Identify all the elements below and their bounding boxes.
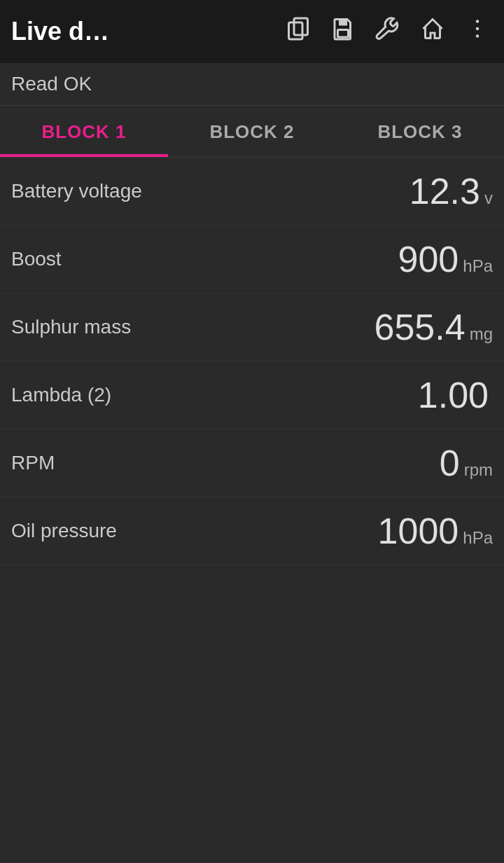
label-battery-voltage: Battery voltage	[11, 180, 142, 202]
svg-point-5	[476, 27, 479, 31]
label-rpm: RPM	[11, 452, 55, 474]
label-oil-pressure: Oil pressure	[11, 520, 117, 542]
value-boost: 900 hPa	[398, 238, 493, 280]
copy-icon[interactable]	[283, 16, 314, 47]
value-lambda: 1.00	[418, 374, 493, 416]
home-icon[interactable]	[417, 16, 448, 47]
row-battery-voltage: Battery voltage 12.3 v	[0, 158, 504, 226]
tab-block2[interactable]: BLOCK 2	[168, 106, 336, 157]
save-icon[interactable]	[328, 16, 358, 47]
row-boost: Boost 900 hPa	[0, 226, 504, 294]
svg-rect-0	[294, 18, 308, 35]
label-boost: Boost	[11, 248, 62, 270]
empty-area	[0, 565, 504, 863]
svg-rect-1	[289, 22, 303, 39]
tab-block3[interactable]: BLOCK 3	[336, 106, 504, 157]
status-text: Read OK	[11, 73, 92, 95]
svg-rect-3	[338, 30, 349, 38]
value-oil-pressure: 1000 hPa	[378, 510, 493, 552]
tab-block1[interactable]: BLOCK 1	[0, 106, 168, 157]
more-options-icon[interactable]	[462, 16, 493, 47]
row-sulphur-mass: Sulphur mass 655.4 mg	[0, 294, 504, 361]
row-lambda: Lambda (2) 1.00	[0, 361, 504, 429]
svg-point-4	[476, 20, 479, 23]
row-rpm: RPM 0 rpm	[0, 429, 504, 497]
value-battery-voltage: 12.3 v	[410, 170, 493, 212]
value-sulphur-mass: 655.4 mg	[374, 306, 493, 348]
label-lambda: Lambda (2)	[11, 384, 111, 406]
data-section: Battery voltage 12.3 v Boost 900 hPa Sul…	[0, 158, 504, 565]
svg-point-6	[476, 34, 479, 38]
label-sulphur-mass: Sulphur mass	[11, 316, 131, 338]
status-bar: Read OK	[0, 63, 504, 106]
value-rpm: 0 rpm	[440, 442, 493, 484]
wrench-icon[interactable]	[372, 16, 403, 47]
svg-rect-2	[339, 20, 347, 26]
row-oil-pressure: Oil pressure 1000 hPa	[0, 497, 504, 565]
tab-bar: BLOCK 1 BLOCK 2 BLOCK 3	[0, 106, 504, 158]
topbar: Live d…	[0, 0, 504, 63]
app-title: Live d…	[11, 17, 269, 46]
